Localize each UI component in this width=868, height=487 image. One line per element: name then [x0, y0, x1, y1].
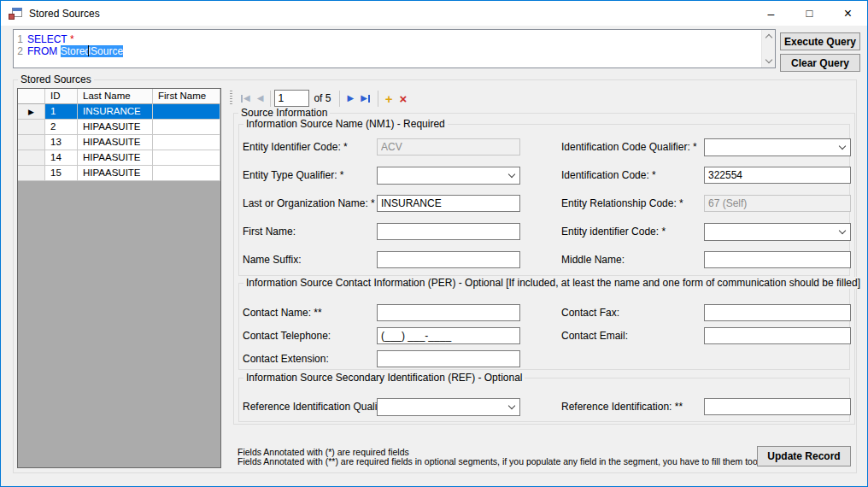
table-row[interactable]: 13 HIPAASUITE — [18, 135, 220, 150]
entity-identifier-code-2-select[interactable] — [704, 223, 851, 241]
minimize-icon[interactable]: – — [752, 1, 790, 26]
contact-extension-label: Contact Extension: — [243, 353, 329, 365]
contact-email-label: Contact Email: — [561, 330, 628, 342]
sql-keyword: SELECT — [27, 33, 67, 45]
cell-first-name[interactable] — [153, 120, 220, 135]
first-name-field[interactable] — [377, 223, 520, 240]
reference-identification-qualifier-select[interactable] — [377, 398, 520, 416]
cell-first-name[interactable] — [153, 104, 220, 120]
contact-extension-field[interactable] — [377, 350, 520, 367]
cell-first-name[interactable] — [153, 135, 220, 150]
record-count-label: of 5 — [314, 92, 331, 104]
table-row[interactable]: 15 HIPAASUITE — [18, 166, 220, 181]
sql-query-editor[interactable]: 1 SELECT * 2 FROM StoredSource — [13, 29, 776, 68]
move-last-button[interactable]: ▶ — [358, 90, 373, 107]
toolbar-grip[interactable] — [230, 91, 232, 106]
update-record-button[interactable]: Update Record — [757, 446, 851, 466]
cell-last-name[interactable]: HIPAASUITE — [78, 166, 153, 181]
identification-code-qualifier-select[interactable] — [704, 138, 851, 156]
nm1-group-title: Information Source Name (NM1) - Required — [243, 118, 448, 130]
name-suffix-label: Name Suffix: — [243, 254, 301, 266]
contact-name-label: Contact Name: ** — [243, 307, 322, 319]
entity-identifier-code-2-label: Entity identifier Code: * — [561, 226, 666, 238]
line-number: 1 — [14, 33, 27, 45]
editor-scrollbar[interactable] — [761, 30, 775, 67]
cell-last-name[interactable]: HIPAASUITE — [78, 135, 153, 150]
clear-query-button[interactable]: Clear Query — [780, 54, 860, 72]
cell-id[interactable]: 15 — [45, 166, 78, 181]
row-header-cell[interactable]: ▶ — [18, 104, 45, 120]
chevron-down-icon — [508, 171, 515, 178]
chevron-down-icon — [839, 143, 846, 150]
position-input[interactable] — [274, 90, 309, 107]
scroll-up-icon[interactable] — [765, 34, 772, 41]
column-header-first-name[interactable]: First Name — [153, 89, 220, 104]
cell-last-name[interactable]: HIPAASUITE — [78, 120, 153, 135]
text-caret — [88, 45, 89, 56]
next-record-icon: ▶ — [347, 94, 354, 103]
entity-type-qualifier-select[interactable] — [377, 167, 520, 185]
entity-identifier-code-label: Entity Identifier Code: * — [243, 141, 348, 153]
reference-identification-field[interactable] — [704, 398, 851, 415]
cell-first-name[interactable] — [153, 166, 220, 181]
contact-telephone-field[interactable] — [377, 327, 520, 344]
reference-identification-label: Reference Identification: ** — [561, 401, 683, 413]
row-header-cell[interactable] — [18, 135, 45, 150]
table-row[interactable]: ▶ 1 INSURANCE — [18, 104, 220, 120]
ref-group-title: Information Source Secondary Identificat… — [243, 372, 525, 384]
sql-keyword: FROM — [27, 45, 57, 57]
add-new-button[interactable]: + — [383, 90, 396, 107]
cell-last-name[interactable]: INSURANCE — [78, 104, 153, 120]
stored-sources-group-title: Stored Sources — [18, 73, 94, 85]
move-previous-button: ◀ — [255, 90, 267, 107]
scroll-down-icon[interactable] — [765, 56, 772, 63]
last-or-organization-name-label: Last or Organization Name: * — [243, 197, 375, 209]
move-next-button[interactable]: ▶ — [344, 90, 356, 107]
contact-telephone-label: Contact Telephone: — [243, 330, 331, 342]
line-number: 2 — [14, 45, 27, 57]
cell-last-name[interactable]: HIPAASUITE — [78, 150, 153, 166]
toolbar-separator — [270, 91, 271, 107]
selected-table-name: StoredSource — [61, 45, 123, 57]
grid-header-row: ID Last Name First Name — [18, 89, 220, 104]
optional-segment-note: Fields Annotated with (**) are required … — [238, 457, 760, 466]
identification-code-field[interactable] — [704, 167, 851, 184]
delete-button[interactable]: × — [397, 90, 410, 107]
column-header-last-name[interactable]: Last Name — [78, 89, 153, 104]
footer-notes: Fields Annotated with (*) are required f… — [238, 448, 760, 466]
cell-id[interactable]: 13 — [45, 135, 78, 150]
column-header-id[interactable]: ID — [45, 89, 78, 104]
contact-name-field[interactable] — [377, 304, 520, 321]
row-header-cell[interactable] — [18, 120, 45, 135]
app-icon — [9, 8, 22, 20]
add-icon: + — [385, 91, 393, 106]
name-suffix-field[interactable] — [377, 251, 520, 268]
row-header-cell[interactable] — [18, 166, 45, 181]
cell-id[interactable]: 1 — [45, 104, 78, 120]
sql-star: * — [70, 33, 74, 45]
cell-id[interactable]: 14 — [45, 150, 78, 166]
cell-id[interactable]: 2 — [45, 120, 78, 135]
maximize-icon[interactable]: □ — [790, 1, 829, 26]
per-group-title: Information Source Contact Information (… — [243, 277, 863, 289]
row-header-cell[interactable] — [18, 150, 45, 166]
entity-relationship-code-field — [704, 195, 851, 212]
contact-email-field[interactable] — [704, 327, 851, 344]
chevron-down-icon — [839, 227, 846, 234]
last-record-icon: ▶ — [361, 94, 367, 103]
last-or-organization-name-field[interactable] — [377, 195, 520, 212]
execute-query-button[interactable]: Execute Query — [780, 32, 860, 50]
delete-icon: × — [400, 91, 408, 106]
middle-name-field[interactable] — [704, 251, 851, 268]
source-information-title: Source Information — [238, 107, 330, 119]
close-icon[interactable]: × — [829, 1, 867, 26]
table-row[interactable]: 2 HIPAASUITE — [18, 120, 220, 135]
identification-code-qualifier-label: Identification Code Qualifier: * — [561, 141, 697, 153]
toolbar-separator — [339, 91, 340, 107]
table-row[interactable]: 14 HIPAASUITE — [18, 150, 220, 166]
titlebar: Stored Sources – □ × — [1, 1, 867, 26]
first-name-label: First Name: — [243, 226, 296, 238]
sources-data-grid[interactable]: ID Last Name First Name ▶ 1 INSURANCE 2 … — [17, 88, 221, 468]
contact-fax-field[interactable] — [704, 304, 851, 321]
cell-first-name[interactable] — [153, 150, 220, 166]
